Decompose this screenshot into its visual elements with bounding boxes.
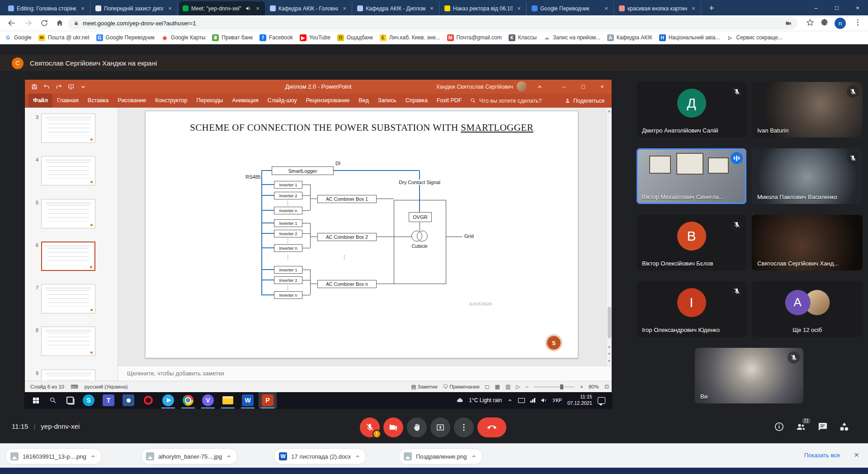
action-center-icon[interactable] (598, 397, 605, 404)
ribbon-tab[interactable]: Переходы (192, 94, 228, 108)
zoom-out-button[interactable]: − (525, 384, 528, 389)
zoom-level[interactable]: 80% (589, 384, 599, 389)
scrollbar-thumb[interactable] (608, 307, 611, 338)
chevron-up-icon[interactable] (355, 454, 360, 459)
keyboard-icon[interactable]: ⌨ (71, 384, 78, 390)
ribbon-tab[interactable]: Рисование (113, 94, 151, 108)
bookmark-item[interactable]: GGoogle Переводчик (96, 34, 155, 41)
ribbon-tab[interactable]: Главная (52, 94, 83, 108)
people-button[interactable]: 21 (796, 422, 806, 432)
ribbon-tab[interactable]: Запись (373, 94, 401, 108)
bookmark-item[interactable]: GGoogle (5, 34, 32, 41)
scroll-down-icon[interactable]: ▼ (607, 359, 612, 363)
bookmark-item[interactable]: ✉Пошта @ ukr.net (38, 34, 90, 41)
next-slide-button[interactable]: ▼ (607, 352, 612, 356)
browser-tab-active[interactable]: Meet: "yep-dnnv-xei" × (179, 1, 265, 15)
more-options-button[interactable] (454, 417, 474, 437)
editor-scrollbar[interactable]: ▲ ▲ ▼ ▼ (606, 108, 612, 365)
ribbon-tab-file[interactable]: Файл (28, 94, 52, 108)
bookmark-item[interactable]: ЕЛич.каб. Киев. эне... (380, 34, 440, 41)
download-item[interactable]: W 17 листопада (2).docx (274, 448, 366, 465)
pc-icon[interactable] (518, 398, 525, 403)
browser-tab[interactable]: Editing: Головна сторінка × (5, 1, 90, 15)
task-view-button[interactable] (62, 392, 78, 408)
ribbon-tab[interactable]: Вставка (83, 94, 113, 108)
ribbon-tab[interactable]: Анимация (227, 94, 263, 108)
camera-button[interactable] (383, 417, 403, 437)
leave-call-button[interactable] (477, 417, 506, 437)
download-item[interactable]: alhorytm_baner-75....jpg (141, 448, 237, 465)
slide-thumbnail[interactable] (41, 284, 95, 313)
telegram-icon[interactable] (159, 392, 177, 408)
chevron-up-icon[interactable] (90, 454, 96, 459)
download-item[interactable]: Поздравление.png (399, 448, 482, 465)
camera-permission-icon[interactable] (785, 20, 792, 27)
extensions-icon[interactable] (820, 18, 829, 27)
account-avatar[interactable] (517, 81, 527, 91)
tab-close-icon[interactable]: × (603, 5, 610, 12)
network-icon[interactable] (530, 398, 535, 403)
chrome-icon[interactable] (179, 392, 197, 408)
slide-thumbnail[interactable] (41, 327, 95, 356)
slide-thumbnail[interactable] (41, 370, 95, 381)
language-switcher[interactable]: УКР (552, 398, 562, 403)
slide-thumbnail[interactable] (41, 199, 95, 228)
forward-button[interactable] (24, 19, 33, 28)
file-explorer-icon[interactable] (219, 392, 237, 408)
viber-icon[interactable]: V (199, 392, 217, 408)
taskbar-clock[interactable]: 11:15 07.12.2021 (567, 394, 592, 407)
downloads-close-button[interactable]: × (854, 450, 859, 460)
zoom-in-button[interactable]: + (580, 384, 583, 389)
bookmark-item[interactable]: ННаціональний авіа... (659, 34, 720, 41)
overflow-participants-tile[interactable]: А Ще 12 осіб (752, 281, 863, 337)
back-button[interactable] (7, 19, 16, 28)
tab-close-icon[interactable]: × (690, 5, 697, 12)
chevron-up-icon[interactable] (471, 454, 476, 459)
participant-tile[interactable]: І Ігор Олександрович Юденко (637, 281, 746, 337)
tab-close-icon[interactable]: × (79, 5, 86, 12)
bookmark-item[interactable]: ▶YouTube (300, 34, 330, 41)
profile-avatar[interactable]: n (835, 18, 846, 29)
address-bar[interactable]: meet.google.com/yep-dnnv-xei?authuser=1 (68, 17, 797, 29)
slide-thumbnail[interactable] (41, 114, 95, 143)
ribbon-tab[interactable]: Рецензирование (302, 94, 354, 108)
zoom-slider[interactable] (534, 387, 575, 387)
taskbar-search-button[interactable] (45, 392, 61, 408)
participant-tile-speaking[interactable]: Віктор Михайлович Синегла... (637, 148, 746, 204)
tab-close-icon[interactable]: × (515, 5, 523, 12)
browser-tab[interactable]: Google Переводчик × (528, 1, 614, 15)
share-button[interactable]: Поделиться (565, 98, 604, 104)
bookmark-item[interactable]: fFacebook (259, 34, 293, 41)
tab-audio-icon[interactable] (245, 5, 251, 11)
home-button[interactable] (55, 19, 64, 28)
normal-view-button[interactable]: ◻ (485, 384, 490, 390)
bookmark-item[interactable]: MПочта@gmail.com (447, 34, 502, 41)
mic-button[interactable]: ! (360, 417, 380, 437)
browser-tab[interactable]: Попередній захист дипло × (92, 1, 178, 15)
opera-icon[interactable] (139, 392, 157, 408)
ppt-restore-button[interactable]: □ (574, 80, 593, 94)
bookmark-item[interactable]: ООщадбанк (337, 34, 373, 41)
chat-button[interactable] (817, 422, 828, 432)
ribbon-display-button[interactable] (537, 84, 543, 90)
skype-icon[interactable]: S (80, 392, 98, 408)
download-item[interactable]: 1616039911_13-p....png (5, 448, 102, 465)
comments-toggle[interactable]: 🗨 Примечания (443, 384, 479, 389)
participant-tile[interactable]: Микола Павлович Василенко (752, 148, 863, 204)
save-button[interactable] (31, 84, 38, 90)
activities-button[interactable] (839, 422, 849, 432)
ribbon-tab[interactable]: Слайд-шоу (263, 94, 302, 108)
browser-tab[interactable]: красивая кнопка картин × (615, 1, 701, 15)
reload-button[interactable] (40, 19, 49, 28)
zoom-slider-thumb[interactable] (560, 384, 563, 389)
window-close-button[interactable]: × (847, 0, 868, 15)
participant-tile[interactable]: Д Дмитро Анатолійович Салій (637, 82, 746, 137)
bookmark-item[interactable]: АКафедра АКІК (607, 34, 652, 41)
teams-icon[interactable]: T (99, 392, 118, 408)
ppt-close-button[interactable]: × (593, 80, 612, 94)
slide-panel[interactable]: 3 4 5 6 7 8 9 (25, 108, 118, 381)
slide-thumbnail-selected[interactable] (41, 242, 95, 271)
slide-thumbnail[interactable] (41, 156, 95, 185)
raise-hand-button[interactable] (407, 417, 427, 437)
redo-button[interactable] (56, 84, 62, 90)
